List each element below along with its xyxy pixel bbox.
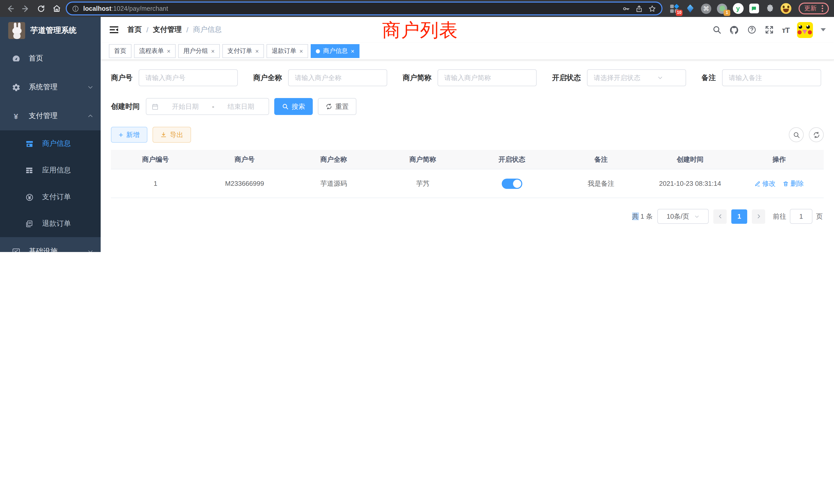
remark-label: 备注	[702, 73, 716, 83]
table-header: 商户编号 商户号 商户全称 商户简称 开启状态 备注 创建时间 操作	[111, 150, 824, 169]
extensions-puzzle-icon[interactable]	[764, 3, 775, 14]
download-icon	[160, 131, 167, 138]
create-time-range-picker[interactable]: 开始日期 - 结束日期	[146, 98, 269, 115]
show-search-button[interactable]	[789, 127, 804, 142]
tab-home[interactable]: 首页	[109, 44, 131, 58]
column-header: 商户简称	[378, 150, 467, 169]
url-text[interactable]: localhost:1024/pay/merchant	[83, 5, 618, 12]
chevron-down-icon	[87, 84, 93, 90]
close-icon[interactable]: ×	[300, 47, 303, 55]
breadcrumb-home[interactable]: 首页	[127, 25, 142, 35]
breadcrumb-payment[interactable]: 支付管理	[153, 25, 182, 35]
sidebar-item-infrastructure[interactable]: 基础设施	[0, 237, 101, 252]
close-icon[interactable]: ×	[255, 47, 259, 55]
prev-page-button[interactable]	[713, 209, 727, 224]
search-icon[interactable]	[712, 25, 722, 35]
tab-refund-order[interactable]: 退款订单 ×	[266, 44, 308, 58]
sidebar-item-pay-order[interactable]: 支付订单	[0, 184, 101, 210]
site-info-icon[interactable]	[72, 5, 79, 12]
merchant-name-input[interactable]	[288, 69, 387, 86]
chevron-up-icon	[87, 113, 93, 119]
date-separator: -	[212, 102, 214, 110]
bookmark-star-icon[interactable]	[648, 4, 656, 13]
pagination: 共 1 条 10条/页 1	[111, 209, 824, 224]
chevron-down-icon	[657, 75, 679, 81]
end-date-placeholder: 结束日期	[218, 102, 263, 111]
extension-command-icon[interactable]: ⌘	[701, 3, 712, 14]
cell-create-time: 2021-10-23 08:31:14	[645, 169, 734, 198]
page-number-1[interactable]: 1	[731, 209, 747, 224]
app-logo-row[interactable]: 芋道管理系统	[0, 17, 101, 44]
extension-y-icon[interactable]: y	[732, 3, 744, 14]
tab-pay-order[interactable]: 支付订单 ×	[222, 44, 264, 58]
sidebar-item-merchant-info[interactable]: 商户信息	[0, 130, 101, 157]
extension-grid-icon[interactable]: 10	[668, 3, 680, 14]
page-header: 首页 / 支付管理 / 商户信息	[101, 17, 834, 43]
search-button[interactable]: 搜索	[274, 98, 313, 115]
close-icon[interactable]: ×	[351, 47, 354, 55]
delete-link[interactable]: 删除	[783, 179, 804, 188]
sidebar-item-refund-order[interactable]: 退款订单	[0, 210, 101, 237]
add-button[interactable]: + 新增	[111, 127, 147, 143]
tab-process-form[interactable]: 流程表单 ×	[134, 44, 176, 58]
chrome-update-button[interactable]: 更新	[798, 3, 829, 14]
password-key-icon[interactable]	[622, 4, 630, 13]
page-size-select[interactable]: 10条/页	[657, 209, 709, 224]
sidebar-item-system[interactable]: 系统管理	[0, 73, 101, 101]
export-button[interactable]: 导出	[153, 127, 191, 143]
chevron-down-icon	[87, 248, 93, 252]
merchant-table: 商户编号 商户号 商户全称 商户简称 开启状态 备注 创建时间 操作 1 M23…	[111, 150, 824, 198]
extension-recorder-icon[interactable]: 1	[717, 3, 728, 14]
edit-pen-icon	[755, 180, 761, 187]
merchant-short-input[interactable]	[438, 69, 537, 86]
browser-back-icon[interactable]	[4, 2, 17, 15]
column-header: 操作	[734, 150, 824, 169]
browser-home-icon[interactable]	[50, 2, 63, 15]
status-toggle[interactable]	[502, 178, 522, 189]
reset-button[interactable]: 重置	[318, 98, 356, 115]
goto-page-input[interactable]	[790, 209, 812, 224]
browser-forward-icon[interactable]	[20, 2, 32, 15]
font-size-icon[interactable]: тT	[782, 25, 789, 34]
refresh-button[interactable]	[809, 127, 824, 142]
column-header: 开启状态	[467, 150, 556, 169]
fullscreen-icon[interactable]	[764, 25, 774, 35]
user-avatar[interactable]	[797, 22, 813, 38]
edit-link[interactable]: 修改	[755, 179, 776, 188]
hamburger-collapse-icon[interactable]	[109, 25, 119, 35]
yen-circle-icon	[25, 192, 34, 202]
plus-icon: +	[118, 131, 123, 139]
sidebar-item-home[interactable]: 首页	[0, 44, 101, 73]
tab-user-group[interactable]: 用户分组 ×	[178, 44, 220, 58]
tags-view: 首页 流程表单 × 用户分组 × 支付订单 × 退款订单 ×	[101, 43, 834, 60]
help-icon[interactable]	[747, 25, 757, 35]
share-icon[interactable]	[635, 4, 643, 13]
github-icon[interactable]	[729, 25, 739, 35]
start-date-placeholder: 开始日期	[163, 102, 208, 111]
breadcrumb-separator: /	[186, 26, 189, 34]
extension-badge: 10	[676, 9, 682, 16]
column-header: 商户全称	[289, 150, 378, 169]
browser-reload-icon[interactable]	[35, 2, 47, 15]
column-header: 商户号	[200, 150, 289, 169]
goto-unit: 页	[816, 212, 823, 221]
tab-merchant-info[interactable]: 商户信息 ×	[311, 44, 359, 58]
sidebar-item-app-info[interactable]: 应用信息	[0, 157, 101, 184]
close-icon[interactable]: ×	[211, 47, 215, 55]
browser-menu-icon[interactable]	[822, 5, 823, 12]
sidebar: 芋道管理系统 首页 系统管理	[0, 17, 101, 252]
profile-emoji-icon[interactable]	[780, 3, 791, 14]
remark-input[interactable]	[722, 69, 821, 86]
payment-submenu: 商户信息 应用信息 支付订单	[0, 130, 101, 237]
extension-chat-icon[interactable]	[748, 3, 760, 14]
filter-row-1: 商户号 商户全称 商户简称 开启状态 请选择开启状态	[111, 69, 824, 86]
sidebar-item-payment[interactable]: ¥ 支付管理	[0, 101, 101, 130]
next-page-button[interactable]	[752, 209, 765, 224]
address-bar[interactable]: localhost:1024/pay/merchant	[66, 2, 662, 16]
avatar-caret-icon[interactable]	[821, 28, 826, 31]
close-icon[interactable]: ×	[167, 47, 171, 55]
extension-kite-icon[interactable]	[684, 3, 696, 14]
status-select[interactable]: 请选择开启状态	[587, 69, 686, 86]
shop-icon	[25, 139, 34, 148]
merchant-no-input[interactable]	[139, 69, 238, 86]
